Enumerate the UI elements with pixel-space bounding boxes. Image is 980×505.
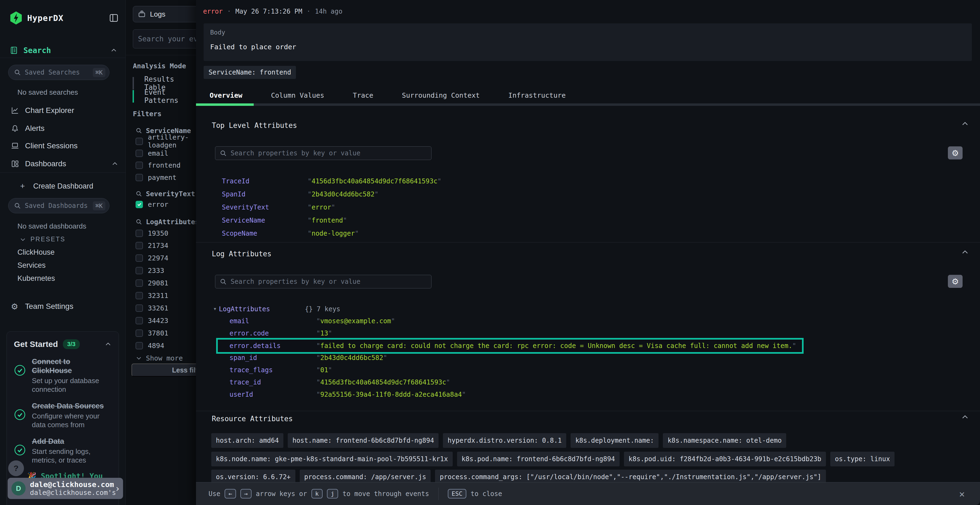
tab-trace[interactable]: Trace xyxy=(353,91,373,99)
saved-searches-input[interactable]: ⌘K xyxy=(8,65,110,80)
help-button[interactable]: ? xyxy=(8,461,24,476)
filter-option[interactable]: 4894 xyxy=(135,341,164,351)
filter-option[interactable]: 19350 xyxy=(135,228,168,238)
attribute-value[interactable]: "failed to charge card: could not charge… xyxy=(316,342,796,349)
attribute-key[interactable]: email xyxy=(229,317,249,325)
sidebar-item-chart-explorer[interactable]: Chart Explorer xyxy=(11,105,118,116)
service-name-chip[interactable]: ServiceName: frontend xyxy=(204,66,296,79)
mode-results-table[interactable]: Results Table xyxy=(132,77,196,89)
tab-column-values[interactable]: Column Values xyxy=(271,91,324,99)
checkbox[interactable] xyxy=(135,305,143,312)
gear-icon[interactable]: ⚙ xyxy=(948,275,963,288)
filter-option-checked[interactable]: error xyxy=(135,199,168,209)
checkbox[interactable] xyxy=(135,174,143,181)
checkbox[interactable] xyxy=(135,317,143,324)
checkbox-checked[interactable] xyxy=(135,201,143,208)
checkbox[interactable] xyxy=(135,150,143,157)
checkbox[interactable] xyxy=(135,254,143,262)
filter-option[interactable]: 32311 xyxy=(135,291,168,300)
event-search-input[interactable] xyxy=(138,35,196,43)
chevron-up-icon[interactable] xyxy=(961,248,969,256)
sidebar-item-client-sessions[interactable]: Client Sessions xyxy=(11,140,118,152)
checkbox[interactable] xyxy=(135,162,143,169)
filter-option[interactable]: 22974 xyxy=(135,253,168,263)
show-more-button[interactable]: Show more xyxy=(135,353,183,363)
filter-option[interactable]: 37801 xyxy=(135,328,168,338)
attribute-value[interactable]: "92a55156-39a4-11f0-8ddd-a2eca416a8a4" xyxy=(316,391,466,399)
top-level-search-box[interactable] xyxy=(215,146,431,160)
checkbox[interactable] xyxy=(135,292,143,299)
filter-option[interactable]: frontend xyxy=(135,160,180,170)
attribute-key[interactable]: span_id xyxy=(229,354,257,362)
sidebar-item-team-settings[interactable]: ⚙ Team Settings xyxy=(11,300,118,312)
attribute-value[interactable]: "13" xyxy=(316,329,332,337)
search-icon[interactable] xyxy=(135,219,142,225)
filter-option[interactable]: 33261 xyxy=(135,303,168,313)
resource-chip[interactable]: k8s.node.name: gke-pme-k8s-standard-main… xyxy=(211,452,453,466)
attribute-key[interactable]: SeverityText xyxy=(222,203,269,211)
sidebar-collapse-icon[interactable] xyxy=(109,13,118,23)
checkbox[interactable] xyxy=(135,230,143,237)
chevron-up-icon[interactable] xyxy=(961,120,969,128)
filter-option[interactable]: email xyxy=(135,148,168,158)
saved-dashboards-input[interactable]: ⌘K xyxy=(8,198,110,213)
event-search-box[interactable] xyxy=(133,29,196,48)
checkbox[interactable] xyxy=(135,267,143,274)
attribute-key[interactable]: error.details xyxy=(229,342,281,349)
attribute-value[interactable]: "4156d3fbc40a64854d9dc7f68641593c" xyxy=(316,378,450,386)
resource-chip[interactable]: host.name: frontend-6b6c8d7bfd-ng894 xyxy=(288,433,439,448)
filter-option[interactable]: payment xyxy=(135,173,177,182)
attribute-value[interactable]: "4156d3fbc40a64854d9dc7f68641593c" xyxy=(308,178,441,185)
gear-icon[interactable]: ⚙ xyxy=(948,146,963,159)
resource-chip[interactable]: k8s.deployment.name: xyxy=(571,433,659,448)
log-attributes-search-box[interactable] xyxy=(215,275,431,288)
tab-infrastructure[interactable]: Infrastructure xyxy=(508,91,566,99)
get-started-item[interactable]: Add Data Start sending logs, metrics, or… xyxy=(14,437,111,465)
attribute-key[interactable]: SpanId xyxy=(222,191,245,198)
attribute-key[interactable]: userId xyxy=(229,391,253,399)
attribute-value[interactable]: "2b43d0c4dd6bc582" xyxy=(316,354,387,362)
filter-option[interactable]: 34423 xyxy=(135,316,168,326)
attribute-value[interactable]: "error" xyxy=(308,203,335,211)
get-started-item-title[interactable]: Add Data xyxy=(32,437,105,446)
preset-clickhouse[interactable]: ClickHouse xyxy=(18,248,55,257)
search-icon[interactable] xyxy=(135,191,142,197)
top-level-search-input[interactable] xyxy=(231,149,427,157)
get-started-item[interactable]: Create Data Sources Configure where your… xyxy=(14,402,111,429)
user-menu[interactable]: D dale@clickhouse.com dale@clickhouse.co… xyxy=(8,478,123,499)
chevron-up-icon[interactable] xyxy=(110,47,117,54)
attribute-key[interactable]: ScopeName xyxy=(222,230,257,237)
resource-chip[interactable]: host.arch: amd64 xyxy=(211,433,283,448)
root-key[interactable]: LogAttributes xyxy=(219,305,270,313)
saved-dashboards-field[interactable] xyxy=(25,202,89,210)
attribute-key[interactable]: trace_flags xyxy=(229,366,273,374)
chevron-up-icon[interactable] xyxy=(111,160,118,167)
filter-option[interactable]: artillery-loadgen xyxy=(135,136,196,146)
attribute-value[interactable]: "frontend" xyxy=(308,217,347,224)
resource-chip[interactable]: k8s.pod.uid: f284fb2d-a0b3-4634-991b-e2c… xyxy=(624,452,826,466)
attribute-key[interactable]: trace_id xyxy=(229,378,261,386)
get-started-item-title[interactable]: Connect to ClickHouse xyxy=(32,357,105,375)
attribute-key[interactable]: ServiceName xyxy=(222,217,265,224)
mode-event-patterns[interactable]: Event Patterns xyxy=(132,90,196,103)
presets-toggle[interactable]: PRESETS xyxy=(20,236,65,243)
source-selector-button[interactable]: Logs xyxy=(133,6,196,22)
resource-chip[interactable]: os.type: linux xyxy=(830,452,894,466)
filter-option[interactable]: 21734 xyxy=(135,241,168,250)
sidebar-item-alerts[interactable]: Alerts xyxy=(11,122,118,134)
attribute-value[interactable]: "node-logger" xyxy=(308,230,359,237)
get-started-item-title[interactable]: Create Data Sources xyxy=(32,402,105,411)
attribute-key[interactable]: TraceId xyxy=(222,178,249,185)
close-icon[interactable]: ✕ xyxy=(959,488,965,499)
search-icon[interactable] xyxy=(135,127,142,134)
less-filters-button[interactable]: Less filters xyxy=(132,364,196,376)
tree-caret-icon[interactable]: ▾ xyxy=(213,305,217,312)
checkbox[interactable] xyxy=(135,242,143,249)
tab-overview[interactable]: Overview xyxy=(210,91,242,99)
get-started-item[interactable]: Connect to ClickHouse Set up your databa… xyxy=(14,357,111,394)
chevron-up-icon[interactable] xyxy=(961,413,969,421)
sidebar-item-search[interactable]: Search xyxy=(10,43,117,58)
sidebar-item-dashboards[interactable]: Dashboards xyxy=(11,158,118,170)
attribute-value[interactable]: "vmoses@example.com" xyxy=(316,317,395,325)
checkbox[interactable] xyxy=(135,138,143,145)
